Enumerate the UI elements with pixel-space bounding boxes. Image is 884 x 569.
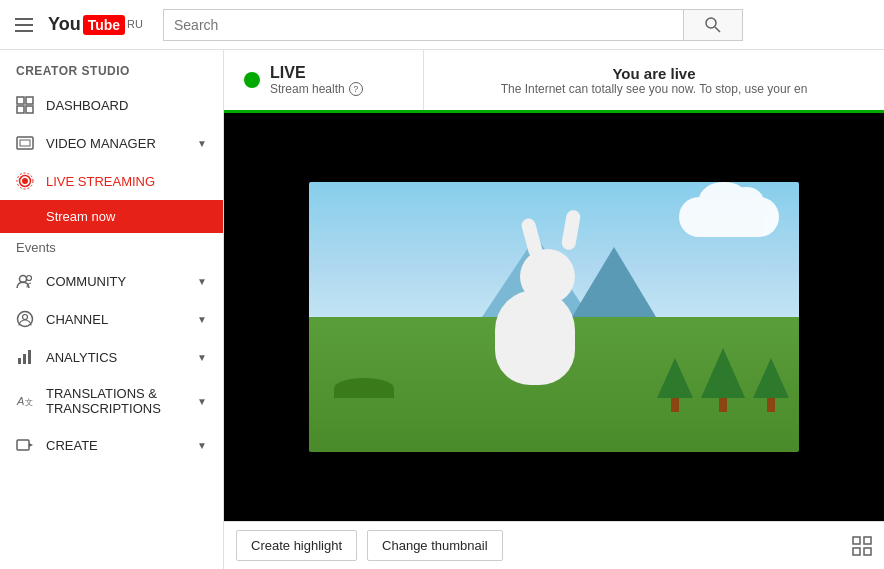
sidebar-sub-events[interactable]: Events (0, 233, 223, 262)
you-are-live-text: You are live (444, 65, 864, 82)
logo-you: You (48, 14, 81, 35)
svg-rect-5 (26, 106, 33, 113)
main-layout: CREATOR STUDIO DASHBOARD VIDEO MANAGER ▼… (0, 50, 884, 569)
translations-label: TRANSLATIONS & TRANSCRIPTIONS (46, 386, 185, 416)
live-label: LIVE (270, 64, 363, 82)
svg-rect-15 (18, 358, 21, 364)
sidebar-item-analytics[interactable]: ANALYTICS ▼ (0, 338, 223, 376)
svg-marker-21 (29, 443, 33, 447)
channel-icon (16, 310, 34, 328)
svg-rect-25 (864, 548, 871, 555)
svg-text:A: A (16, 395, 24, 407)
sidebar-item-create[interactable]: CREATE ▼ (0, 426, 223, 464)
svg-point-14 (23, 315, 28, 320)
sidebar-item-translations[interactable]: A文 TRANSLATIONS & TRANSCRIPTIONS ▼ (0, 376, 223, 426)
svg-rect-3 (26, 97, 33, 104)
community-chevron: ▼ (197, 276, 207, 287)
channel-chevron: ▼ (197, 314, 207, 325)
tree-3 (753, 358, 789, 412)
video-scene (309, 182, 799, 452)
search-button[interactable] (683, 9, 743, 41)
svg-point-0 (706, 18, 716, 28)
dashboard-icon (16, 96, 34, 114)
live-status-section: LIVE Stream health ? (224, 50, 424, 110)
create-highlight-button[interactable]: Create highlight (236, 530, 357, 561)
svg-rect-7 (20, 140, 30, 146)
live-streaming-icon (16, 172, 34, 190)
top-navigation: You Tube RU (0, 0, 884, 50)
create-label: CREATE (46, 438, 185, 453)
scene-trees (657, 348, 789, 412)
live-text-group: LIVE Stream health ? (270, 64, 363, 96)
sidebar-sub-stream-now[interactable]: Stream now (0, 200, 223, 233)
hamburger-menu[interactable] (10, 13, 38, 37)
svg-rect-4 (17, 106, 24, 113)
live-description-text: The Internet can totally see you now. To… (444, 82, 864, 96)
stream-health-label[interactable]: Stream health ? (270, 82, 363, 96)
live-streaming-label: LIVE STREAMING (46, 174, 207, 189)
logo-tube: Tube (83, 15, 125, 35)
svg-rect-6 (17, 137, 33, 149)
svg-rect-16 (23, 354, 26, 364)
channel-label: CHANNEL (46, 312, 185, 327)
svg-rect-2 (17, 97, 24, 104)
analytics-chevron: ▼ (197, 352, 207, 363)
live-info-section: You are live The Internet can totally se… (424, 50, 884, 110)
tree-1 (657, 358, 693, 412)
svg-point-12 (27, 276, 32, 281)
svg-rect-20 (17, 440, 29, 450)
svg-rect-23 (864, 537, 871, 544)
dashboard-label: DASHBOARD (46, 98, 207, 113)
video-preview (309, 182, 799, 452)
sidebar-item-dashboard[interactable]: DASHBOARD (0, 86, 223, 124)
logo-ru: RU (127, 18, 143, 30)
grid-view-icon[interactable] (852, 536, 872, 556)
live-indicator-dot (244, 72, 260, 88)
sidebar-item-live-streaming[interactable]: LIVE STREAMING (0, 162, 223, 200)
video-manager-label: VIDEO MANAGER (46, 136, 185, 151)
svg-line-1 (715, 27, 720, 32)
svg-rect-22 (853, 537, 860, 544)
search-icon (705, 17, 721, 33)
translations-icon: A文 (16, 392, 34, 410)
search-bar (163, 9, 743, 41)
analytics-icon (16, 348, 34, 366)
youtube-logo[interactable]: You Tube RU (48, 14, 143, 35)
community-label: COMMUNITY (46, 274, 185, 289)
sidebar-item-channel[interactable]: CHANNEL ▼ (0, 300, 223, 338)
svg-rect-24 (853, 548, 860, 555)
live-header: LIVE Stream health ? You are live The In… (224, 50, 884, 113)
scene-bush (334, 378, 394, 398)
tree-2 (701, 348, 745, 412)
stream-health-text: Stream health (270, 82, 345, 96)
change-thumbnail-button[interactable]: Change thumbnail (367, 530, 503, 561)
video-preview-area (224, 113, 884, 521)
stream-health-info-icon[interactable]: ? (349, 82, 363, 96)
video-manager-icon (16, 134, 34, 152)
analytics-label: ANALYTICS (46, 350, 185, 365)
sidebar-title: CREATOR STUDIO (0, 50, 223, 86)
sidebar: CREATOR STUDIO DASHBOARD VIDEO MANAGER ▼… (0, 50, 224, 569)
community-icon (16, 272, 34, 290)
sidebar-item-community[interactable]: COMMUNITY ▼ (0, 262, 223, 300)
svg-rect-17 (28, 350, 31, 364)
video-manager-chevron: ▼ (197, 138, 207, 149)
bunny-body (495, 290, 575, 385)
create-icon (16, 436, 34, 454)
sidebar-item-video-manager[interactable]: VIDEO MANAGER ▼ (0, 124, 223, 162)
stream-now-label: Stream now (46, 209, 115, 224)
translations-chevron: ▼ (197, 396, 207, 407)
bottom-action-bar: Create highlight Change thumbnail (224, 521, 884, 569)
svg-point-8 (22, 178, 28, 184)
content-area: LIVE Stream health ? You are live The In… (224, 50, 884, 569)
scene-cloud (679, 197, 779, 237)
create-chevron: ▼ (197, 440, 207, 451)
search-input[interactable] (163, 9, 683, 41)
events-label: Events (16, 240, 56, 255)
svg-text:文: 文 (25, 398, 33, 407)
